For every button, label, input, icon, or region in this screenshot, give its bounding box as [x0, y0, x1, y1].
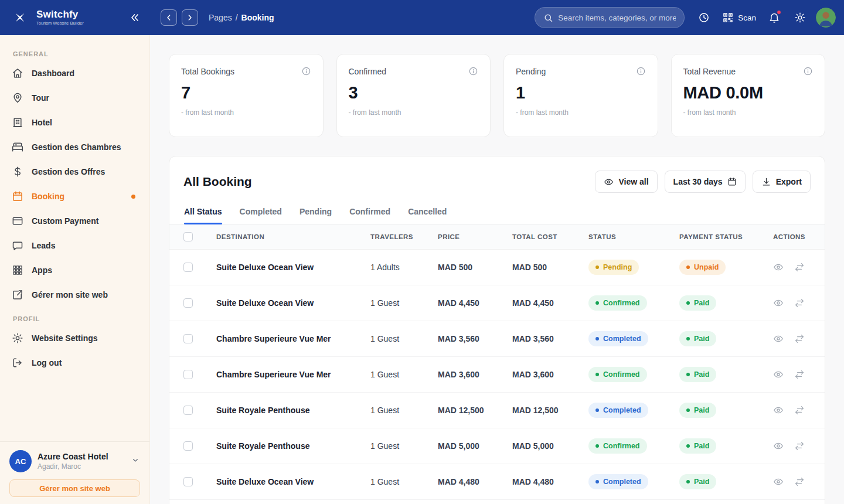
stat-value: 1: [516, 83, 646, 103]
sidebar-item-booking[interactable]: Booking: [0, 184, 149, 209]
eye-icon: [773, 262, 784, 273]
view-action-button[interactable]: [773, 369, 784, 380]
date-range-button[interactable]: Last 30 days: [665, 171, 746, 193]
sidebar-item-website-settings[interactable]: Website Settings: [0, 326, 149, 350]
swap-icon: [794, 369, 805, 380]
row-checkbox[interactable]: [183, 477, 193, 486]
sidebar-item-gerer-mon-site-web[interactable]: Gérer mon site web: [0, 282, 149, 307]
sidebar-item-dashboard[interactable]: Dashboard: [0, 61, 149, 86]
scan-button[interactable]: Scan: [720, 8, 758, 28]
travelers-cell: 1 Guest: [370, 356, 438, 392]
sidebar-collapse-button[interactable]: [129, 12, 141, 23]
sidebar-item-gestion-des-chambres[interactable]: Gestion des Chambres: [0, 135, 149, 159]
credit-card-icon: [12, 215, 23, 227]
sidebar-item-gestion-des-offres[interactable]: Gestion des Offres: [0, 159, 149, 184]
table-row: Chambre Superieure Vue Mer 1 Guest MAD 3…: [169, 356, 825, 392]
row-checkbox[interactable]: [183, 370, 193, 379]
info-icon[interactable]: [301, 66, 311, 76]
total-cost-cell: MAD 4,480: [512, 464, 588, 499]
table-row: Suite Royale Penthouse 1 Guest MAD 5,000…: [169, 428, 825, 464]
swap-action-button[interactable]: [794, 333, 805, 344]
row-checkbox[interactable]: [183, 441, 193, 451]
sidebar-item-hotel[interactable]: Hotel: [0, 110, 149, 135]
column-header: ACTIONS: [773, 224, 825, 249]
row-checkbox[interactable]: [183, 298, 193, 308]
status-dot: [686, 373, 690, 376]
settings-button[interactable]: [790, 8, 810, 28]
swap-action-button[interactable]: [794, 476, 805, 487]
tab-cancelled[interactable]: Cancelled: [408, 207, 447, 224]
back-button[interactable]: [161, 9, 177, 26]
price-cell: MAD 500: [438, 249, 512, 285]
select-all-checkbox[interactable]: [183, 232, 193, 241]
tab-confirmed[interactable]: Confirmed: [349, 207, 390, 224]
row-checkbox[interactable]: [183, 263, 193, 272]
sidebar-item-tour[interactable]: Tour: [0, 86, 149, 110]
destination-cell: Suite Royale Penthouse: [216, 406, 309, 415]
status-dot: [686, 301, 690, 305]
payment-status-badge: Unpaid: [679, 260, 726, 275]
swap-action-button[interactable]: [794, 262, 805, 273]
tab-completed[interactable]: Completed: [240, 207, 282, 224]
status-dot: [686, 265, 690, 269]
profile-selector[interactable]: AC Azure Coast Hotel Agadir, Maroc: [9, 450, 140, 472]
price-cell: MAD 4,480: [438, 464, 512, 499]
row-checkbox[interactable]: [183, 406, 193, 415]
destination-cell: Suite Deluxe Ocean View: [216, 298, 314, 308]
status-dot: [595, 408, 599, 412]
view-action-button[interactable]: [773, 441, 784, 451]
swap-action-button[interactable]: [794, 441, 805, 451]
view-all-button[interactable]: View all: [595, 171, 657, 193]
user-avatar[interactable]: [816, 8, 836, 28]
external-link-icon: [12, 289, 23, 301]
status-dot: [686, 337, 690, 340]
stat-subtext: - from last month: [683, 108, 814, 117]
view-action-button[interactable]: [773, 476, 784, 487]
sidebar-item-leads[interactable]: Leads: [0, 233, 149, 258]
status-dot: [595, 301, 599, 305]
bed-icon: [12, 141, 23, 153]
sidebar-item-log-out[interactable]: Log out: [0, 350, 149, 375]
info-icon[interactable]: [468, 66, 478, 76]
eye-icon: [604, 177, 614, 187]
swap-action-button[interactable]: [794, 405, 805, 416]
price-cell: MAD 4,450: [438, 285, 512, 321]
sidebar-item-label: Gestion des Chambres: [32, 142, 121, 152]
calendar-icon: [12, 190, 23, 202]
swap-action-button[interactable]: [794, 369, 805, 380]
destination-cell: Chambre Superieure Vue Mer: [216, 334, 331, 343]
sidebar-item-label: Booking: [32, 192, 64, 201]
view-action-button[interactable]: [773, 405, 784, 416]
view-action-button[interactable]: [773, 262, 784, 273]
manage-site-button[interactable]: Gérer mon site web: [9, 479, 140, 497]
row-checkbox[interactable]: [183, 334, 193, 343]
search-box[interactable]: [535, 7, 685, 28]
swap-action-button[interactable]: [794, 298, 805, 308]
tab-all-status[interactable]: All Status: [184, 207, 222, 224]
brand-tagline: Tourism Website Builder: [36, 21, 84, 26]
sidebar-item-apps[interactable]: Apps: [0, 258, 149, 282]
stat-value: 3: [349, 83, 479, 103]
sidebar-item-custom-payment[interactable]: Custom Payment: [0, 209, 149, 233]
calendar-icon: [727, 177, 737, 186]
price-cell: MAD 5,000: [438, 428, 512, 464]
switchfy-logo-icon: [9, 7, 30, 28]
tab-pending[interactable]: Pending: [300, 207, 332, 224]
sidebar-item-label: Custom Payment: [32, 216, 98, 226]
status-badge: Completed: [588, 331, 648, 346]
history-clock-button[interactable]: [694, 8, 714, 28]
notifications-button[interactable]: [764, 8, 784, 28]
forward-button[interactable]: [182, 9, 198, 26]
breadcrumb-section[interactable]: Pages: [209, 13, 232, 22]
info-icon[interactable]: [636, 66, 646, 76]
column-header: PAYMENT STATUS: [679, 224, 773, 249]
info-icon[interactable]: [803, 66, 813, 76]
view-action-button[interactable]: [773, 333, 784, 344]
grid-icon: [12, 264, 23, 276]
export-button[interactable]: Export: [753, 171, 811, 193]
stat-subtext: - from last month: [349, 108, 479, 117]
search-input[interactable]: [558, 13, 676, 22]
total-cost-cell: MAD 4,450: [512, 285, 588, 321]
table-row: Suite Deluxe Ocean View 1 Adults MAD 500…: [169, 249, 825, 285]
view-action-button[interactable]: [773, 298, 784, 308]
